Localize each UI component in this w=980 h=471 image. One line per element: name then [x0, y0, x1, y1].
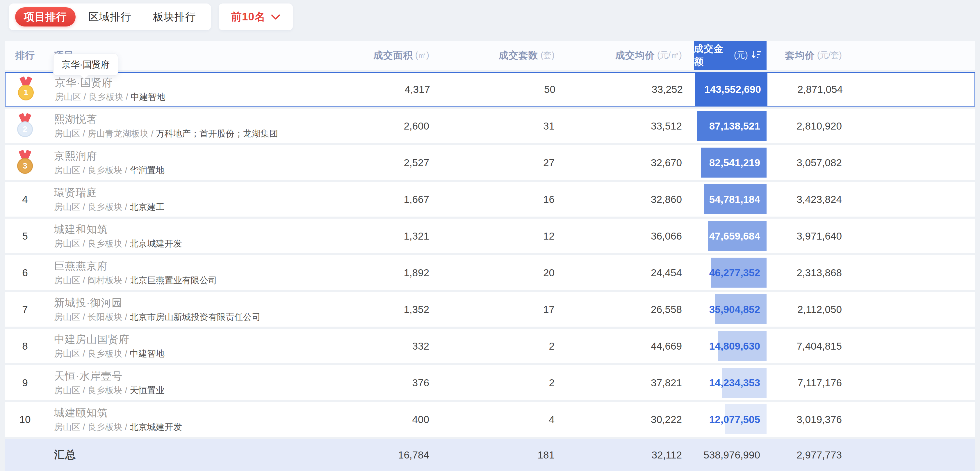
amount-cell: 35,904,852 — [694, 292, 767, 327]
project-name[interactable]: 城建颐知筑 — [54, 406, 182, 420]
header-rank-label: 排行 — [15, 49, 35, 62]
avg-cell-value: 7,117,176 — [797, 377, 842, 389]
project-name[interactable]: 新城投·御河园 — [54, 296, 261, 310]
project-developer: 北京城建开发 — [130, 422, 182, 432]
amount-bar: 82,541,219 — [701, 148, 767, 177]
table-row[interactable]: 1京华·国贤府房山区 / 良乡板块 / 中建智地4,3175033,252143… — [5, 72, 975, 107]
amount-cell: 46,277,352 — [694, 255, 767, 290]
amount-bar: 143,552,690 — [695, 73, 767, 106]
units-cell-value: 50 — [544, 83, 555, 95]
header-avg[interactable]: 套均价(元/套) — [767, 49, 842, 62]
project-cell[interactable]: 城建颐知筑房山区 / 良乡板块 / 北京城建开发 — [45, 406, 296, 433]
table-row[interactable]: 3京熙润府房山区 / 良乡板块 / 华润置地2,5272732,67082,54… — [5, 145, 975, 180]
project-cell[interactable]: 熙湖悦著房山区 / 房山青龙湖板块 / 万科地产；首开股份；龙湖集团 — [45, 112, 296, 140]
area-cell-value: 1,667 — [404, 193, 429, 205]
avg-cell: 7,404,815 — [767, 340, 842, 352]
project-developer: 中建智地 — [130, 349, 165, 358]
price-cell-value: 33,512 — [651, 120, 682, 132]
project-cell[interactable]: 巨燕燕京府房山区 / 阎村板块 / 北京巨燕置业有限公司 — [45, 259, 296, 286]
project-name[interactable]: 巨燕燕京府 — [54, 259, 217, 273]
project-subtitle: 房山区 / 良乡板块 / 中建智地 — [55, 91, 165, 103]
tab-项目排行[interactable]: 项目排行 — [15, 7, 76, 27]
price-cell-value: 37,821 — [651, 377, 682, 389]
project-name[interactable]: 城建和知筑 — [54, 222, 182, 236]
project-location: 房山区 / 良乡板块 / — [54, 202, 130, 212]
table-row[interactable]: 4環贤瑞庭房山区 / 良乡板块 / 北京建工1,6671632,86054,78… — [5, 182, 975, 217]
header-area[interactable]: 成交面积(㎡) — [296, 49, 429, 62]
project-name[interactable]: 中建房山国贤府 — [54, 332, 165, 346]
area-cell: 2,600 — [296, 120, 429, 132]
rank-cell: 9 — [5, 377, 45, 389]
units-cell-value: 20 — [543, 267, 555, 279]
price-cell-value: 30,222 — [651, 414, 682, 425]
avg-cell: 2,871,054 — [767, 83, 843, 95]
header-amount-sorted-unit: (元) — [734, 49, 748, 61]
medal-silver-icon: 2 — [17, 115, 33, 137]
amount-cell: 14,234,353 — [694, 365, 767, 400]
header-rank: 排行 — [5, 49, 45, 62]
amount-bar: 87,138,521 — [697, 111, 767, 141]
project-cell[interactable]: 京熙润府房山区 / 良乡板块 / 华润置地 — [45, 149, 296, 176]
avg-cell-value: 2,313,868 — [797, 267, 842, 279]
header-area-label: 成交面积 — [373, 49, 413, 62]
project-cell[interactable]: 中建房山国贤府房山区 / 良乡板块 / 中建智地 — [45, 332, 296, 360]
amount-cell: 14,809,630 — [694, 329, 767, 363]
project-name[interactable]: 熙湖悦著 — [54, 112, 278, 126]
avg-cell-value: 3,423,824 — [797, 193, 842, 205]
amount-bar: 47,659,684 — [708, 221, 767, 251]
table-row[interactable]: 10城建颐知筑房山区 / 良乡板块 / 北京城建开发400430,22212,0… — [5, 402, 975, 437]
header-amount-sorted[interactable]: 成交金额(元) — [694, 41, 767, 70]
summary-avg: 2,977,773 — [767, 449, 842, 461]
table-row[interactable]: 7新城投·御河园房山区 / 长阳板块 / 北京市房山新城投资有限责任公司1,35… — [5, 292, 975, 327]
units-cell-value: 2 — [549, 377, 555, 389]
project-subtitle: 房山区 / 良乡板块 / 中建智地 — [54, 348, 165, 360]
project-cell[interactable]: 天恒·水岸壹号房山区 / 良乡板块 / 天恒置业 — [45, 369, 296, 396]
table-row[interactable]: 5城建和知筑房山区 / 良乡板块 / 北京城建开发1,3211236,06647… — [5, 219, 975, 253]
project-name[interactable]: 環贤瑞庭 — [54, 186, 165, 200]
header-price[interactable]: 成交均价(元/㎡) — [555, 49, 682, 62]
area-cell: 2,527 — [296, 157, 429, 169]
price-cell: 32,670 — [555, 157, 682, 169]
table-row[interactable]: 9天恒·水岸壹号房山区 / 良乡板块 / 天恒置业376237,82114,23… — [5, 365, 975, 400]
units-cell-value: 2 — [549, 340, 555, 352]
project-subtitle: 房山区 / 良乡板块 / 北京城建开发 — [54, 421, 182, 433]
rank-number: 9 — [22, 377, 28, 389]
project-developer: 天恒置业 — [130, 385, 165, 395]
top-n-filter-dropdown[interactable]: 前10名 — [219, 3, 293, 30]
avg-cell-value: 3,057,082 — [797, 157, 842, 169]
table-row[interactable]: 6巨燕燕京府房山区 / 阎村板块 / 北京巨燕置业有限公司1,8922024,4… — [5, 255, 975, 290]
price-cell-value: 44,669 — [651, 340, 682, 352]
area-cell-value: 400 — [412, 414, 429, 425]
rank-cell: 5 — [5, 230, 45, 242]
rank-cell: 4 — [5, 193, 45, 205]
project-name[interactable]: 京熙润府 — [54, 149, 165, 163]
tab-板块排行[interactable]: 板块排行 — [144, 7, 205, 27]
summary-row: 汇总 16,784 181 32,112 538,976,990 2,977,7… — [5, 439, 975, 471]
project-name[interactable]: 京华·国贤府 — [55, 76, 165, 89]
sort-desc-icon[interactable] — [751, 50, 761, 61]
area-cell: 1,352 — [296, 303, 429, 315]
area-cell-value: 1,352 — [404, 303, 429, 315]
project-cell[interactable]: 城建和知筑房山区 / 良乡板块 / 北京城建开发 — [45, 222, 296, 250]
price-cell: 36,066 — [555, 230, 682, 242]
rank-cell: 7 — [5, 303, 45, 315]
avg-cell: 7,117,176 — [767, 377, 842, 389]
project-location: 房山区 / 阎村板块 / — [54, 275, 130, 285]
summary-price: 32,112 — [555, 449, 682, 461]
table-row[interactable]: 2熙湖悦著房山区 / 房山青龙湖板块 / 万科地产；首开股份；龙湖集团2,600… — [5, 109, 975, 143]
project-name[interactable]: 天恒·水岸壹号 — [54, 369, 165, 383]
project-subtitle: 房山区 / 良乡板块 / 北京建工 — [54, 201, 165, 213]
project-cell[interactable]: 新城投·御河园房山区 / 长阳板块 / 北京市房山新城投资有限责任公司 — [45, 296, 296, 323]
amount-bar: 35,904,852 — [715, 294, 767, 324]
table-row[interactable]: 8中建房山国贤府房山区 / 良乡板块 / 中建智地332244,66914,80… — [5, 329, 975, 363]
project-developer: 北京建工 — [130, 202, 165, 212]
tab-区域排行[interactable]: 区域排行 — [80, 7, 140, 27]
project-location: 房山区 / 房山青龙湖板块 / — [54, 129, 156, 138]
rank-number: 8 — [22, 340, 28, 352]
rank-number: 5 — [22, 230, 28, 242]
units-cell: 20 — [429, 267, 555, 279]
summary-label: 汇总 — [45, 448, 296, 462]
header-units[interactable]: 成交套数(套) — [429, 49, 555, 62]
project-cell[interactable]: 京华·国贤府房山区 / 良乡板块 / 中建智地 — [46, 76, 296, 103]
project-cell[interactable]: 環贤瑞庭房山区 / 良乡板块 / 北京建工 — [45, 186, 296, 213]
